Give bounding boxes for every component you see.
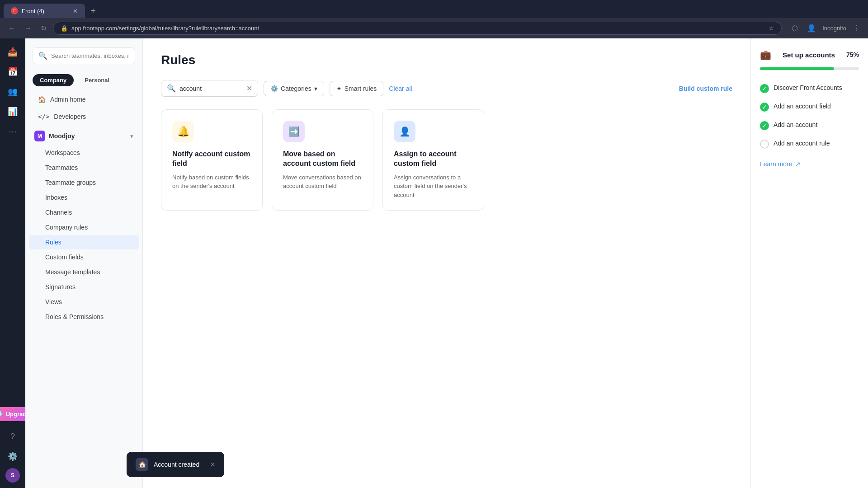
sidebar-item-message-templates[interactable]: Message templates: [29, 265, 139, 279]
sidebar-search-icon: 🔍: [38, 52, 47, 60]
rule-card-notify-account[interactable]: 🔔 Notify account custom field Notify bas…: [161, 109, 263, 211]
home-icon: 🏠: [38, 96, 46, 103]
right-panel: 💼 Set up accounts 75% ✓ Discover Front A…: [750, 38, 868, 488]
back-btn[interactable]: ←: [5, 23, 18, 34]
sidebar-item-teammates[interactable]: Teammates: [29, 160, 139, 175]
panel-item-add-account[interactable]: ✓ Add an account: [760, 116, 859, 135]
check-add-field-icon: ✓: [760, 103, 769, 112]
app-toolbar: 📥 📅 👥 📊 ⋯ 💎 Upgrade ? ⚙️ S: [0, 38, 25, 488]
rules-grid: 🔔 Notify account custom field Notify bas…: [161, 109, 732, 211]
panel-item-add-rule[interactable]: Add an account rule: [760, 135, 859, 153]
browser-tabs: F Front (4) ✕ +: [0, 0, 868, 18]
categories-label: Categories: [281, 85, 311, 92]
notify-account-title: Notify account custom field: [172, 150, 251, 169]
panel-item-add-field[interactable]: ✓ Add an account field: [760, 98, 859, 116]
search-filter-box: 🔍 ✕: [161, 80, 258, 97]
contacts-icon[interactable]: 👥: [5, 84, 21, 100]
company-toggle-btn[interactable]: Company: [33, 74, 74, 86]
smart-rules-btn[interactable]: ✦ Smart rules: [330, 81, 384, 96]
learn-more-link[interactable]: Learn more ↗: [760, 160, 859, 168]
chevron-down-icon: ▾: [314, 85, 317, 92]
chevron-down-icon: ▾: [130, 133, 133, 140]
lock-icon: 🔒: [61, 25, 68, 32]
move-account-icon: ➡️: [283, 121, 305, 142]
incognito-label: Incognito: [822, 25, 846, 32]
sidebar-item-company-rules[interactable]: Company rules: [29, 220, 139, 235]
personal-toggle-btn[interactable]: Personal: [77, 74, 117, 86]
panel-item-add-rule-label: Add an account rule: [774, 139, 830, 148]
clear-all-btn[interactable]: Clear all: [389, 85, 412, 92]
sidebar-search-input[interactable]: [51, 52, 129, 59]
panel-title: Set up accounts: [783, 51, 835, 59]
sidebar-item-workspaces[interactable]: Workspaces: [29, 145, 139, 160]
categories-filter-btn[interactable]: ⚙️ Categories ▾: [264, 81, 324, 96]
rule-card-move-account[interactable]: ➡️ Move based on account custom field Mo…: [272, 109, 373, 211]
toast-label: Account created: [154, 461, 199, 468]
inbox-icon[interactable]: 📥: [5, 44, 21, 60]
sidebar-item-admin-home[interactable]: 🏠 Admin home: [29, 91, 139, 108]
move-account-desc: Move conversations based on account cust…: [283, 173, 362, 191]
toast-close-btn[interactable]: ×: [210, 460, 215, 469]
sidebar-item-rules[interactable]: Rules: [29, 235, 139, 249]
calendar-icon[interactable]: 📅: [5, 64, 21, 80]
sidebar-item-custom-fields[interactable]: Custom fields: [29, 250, 139, 264]
diamond-icon: 💎: [0, 411, 3, 418]
company-group-header[interactable]: M Moodjoy ▾: [25, 127, 142, 145]
analytics-icon[interactable]: 📊: [5, 103, 21, 120]
extensions-btn[interactable]: ⬡: [789, 22, 801, 34]
avatar[interactable]: S: [5, 468, 20, 483]
search-filter-input[interactable]: [179, 85, 243, 92]
panel-item-add-field-label: Add an account field: [774, 102, 831, 111]
new-tab-btn[interactable]: +: [87, 4, 99, 18]
profile-btn[interactable]: 👤: [804, 22, 819, 34]
sparkle-icon: ✦: [336, 85, 342, 92]
categories-icon: ⚙️: [270, 85, 278, 92]
check-add-rule-icon: [760, 140, 769, 149]
forward-btn[interactable]: →: [22, 23, 34, 34]
browser-nav-bar: ← → ↻ 🔒 app.frontapp.com/settings/global…: [0, 18, 868, 38]
progress-bar-container: [760, 67, 859, 70]
check-discover-icon: ✓: [760, 84, 769, 93]
progress-bar-fill: [760, 67, 834, 70]
check-add-account-icon: ✓: [760, 121, 769, 130]
panel-header: 💼 Set up accounts 75%: [760, 49, 859, 60]
filter-clear-btn[interactable]: ✕: [246, 84, 252, 93]
sidebar-item-developers[interactable]: </> Developers: [29, 108, 139, 125]
assign-account-desc: Assign conversations to a custom field o…: [394, 173, 473, 200]
code-icon: </>: [38, 113, 49, 120]
rule-card-assign-account[interactable]: 👤 Assign to account custom field Assign …: [382, 109, 484, 211]
reload-btn[interactable]: ↻: [38, 22, 49, 34]
tab-close-btn[interactable]: ✕: [73, 8, 78, 14]
more-icon[interactable]: ⋯: [5, 123, 21, 140]
external-link-icon: ↗: [795, 160, 801, 168]
sidebar-item-inboxes[interactable]: Inboxes: [29, 190, 139, 205]
settings-icon[interactable]: ⚙️: [5, 448, 21, 465]
app-wrapper: 📥 📅 👥 📊 ⋯ 💎 Upgrade ? ⚙️ S 🔍: [0, 38, 868, 488]
notify-account-icon: 🔔: [172, 121, 194, 142]
content-area: 🔍 Company Personal 🏠 Admin home </> Deve…: [25, 38, 868, 488]
developers-label: Developers: [54, 113, 86, 120]
tab-title: Front (4): [22, 8, 44, 14]
sidebar-item-teammate-groups[interactable]: Teammate groups: [29, 175, 139, 190]
notify-account-desc: Notify based on custom fields on the sen…: [172, 173, 251, 191]
company-personal-toggle: Company Personal: [25, 70, 142, 91]
address-bar[interactable]: 🔒 app.frontapp.com/settings/global/rules…: [53, 22, 782, 35]
search-filter-icon: 🔍: [167, 84, 176, 93]
panel-item-discover[interactable]: ✓ Discover Front Accounts: [760, 79, 859, 98]
panel-item-discover-label: Discover Front Accounts: [774, 84, 842, 93]
move-account-title: Move based on account custom field: [283, 150, 362, 169]
help-icon[interactable]: ?: [5, 428, 21, 445]
active-tab[interactable]: F Front (4) ✕: [4, 4, 85, 18]
menu-btn[interactable]: ⋮: [850, 22, 863, 34]
assign-account-title: Assign to account custom field: [394, 150, 473, 169]
sidebar-item-signatures[interactable]: Signatures: [29, 280, 139, 294]
sidebar-item-views[interactable]: Views: [29, 295, 139, 309]
sidebar-item-channels[interactable]: Channels: [29, 205, 139, 220]
learn-more-label: Learn more: [760, 160, 793, 168]
star-icon: ☆: [769, 25, 774, 32]
sidebar-item-roles-permissions[interactable]: Roles & Permissions: [29, 310, 139, 324]
panel-progress-pct: 75%: [846, 51, 859, 58]
company-name-label: Moodjoy: [49, 132, 75, 140]
smart-rules-label: Smart rules: [344, 85, 377, 92]
build-custom-rule-btn[interactable]: Build custom rule: [679, 85, 732, 92]
